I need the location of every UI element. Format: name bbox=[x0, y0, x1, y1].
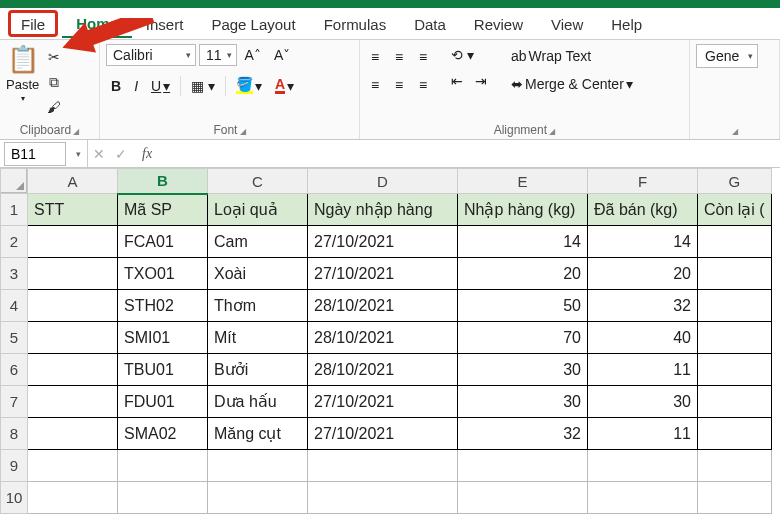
cell[interactable]: 30 bbox=[588, 386, 698, 418]
cell[interactable]: Mã SP bbox=[118, 194, 208, 226]
cell[interactable]: 27/10/2021 bbox=[308, 386, 458, 418]
select-all-button[interactable] bbox=[1, 169, 27, 193]
cell[interactable] bbox=[28, 258, 118, 290]
cell[interactable]: 50 bbox=[458, 290, 588, 322]
chevron-down-icon[interactable]: ▾ bbox=[21, 94, 25, 103]
cell[interactable]: Thơm bbox=[208, 290, 308, 322]
cell[interactable]: Dưa hấu bbox=[208, 386, 308, 418]
cell[interactable]: STT bbox=[28, 194, 118, 226]
cut-icon[interactable]: ✂ bbox=[43, 46, 65, 68]
cell[interactable]: TXO01 bbox=[118, 258, 208, 290]
tab-insert[interactable]: Insert bbox=[132, 10, 198, 37]
bold-button[interactable]: B bbox=[106, 75, 126, 97]
cell[interactable] bbox=[118, 482, 208, 514]
column-header[interactable]: A bbox=[28, 169, 118, 194]
copy-icon[interactable]: ⧉ bbox=[43, 71, 65, 93]
cell[interactable]: FCA01 bbox=[118, 226, 208, 258]
column-header[interactable]: E bbox=[458, 169, 588, 194]
font-size-dropdown[interactable]: 11 bbox=[199, 44, 237, 66]
tab-home[interactable]: Home bbox=[62, 9, 132, 38]
row-header[interactable]: 3 bbox=[1, 258, 28, 290]
cell[interactable]: 40 bbox=[588, 322, 698, 354]
align-top-left-button[interactable]: ≡ bbox=[366, 44, 388, 70]
italic-button[interactable]: I bbox=[129, 75, 143, 97]
cell[interactable]: Còn lại ( bbox=[698, 194, 772, 226]
cell[interactable]: Loại quả bbox=[208, 194, 308, 226]
column-header[interactable]: B bbox=[118, 169, 208, 194]
cell[interactable] bbox=[308, 482, 458, 514]
cell[interactable] bbox=[28, 386, 118, 418]
cell[interactable]: 14 bbox=[458, 226, 588, 258]
decrease-indent-button[interactable]: ⇤ bbox=[446, 70, 468, 92]
cell[interactable]: 32 bbox=[458, 418, 588, 450]
cell[interactable] bbox=[28, 482, 118, 514]
cell[interactable]: 30 bbox=[458, 386, 588, 418]
cell[interactable] bbox=[588, 450, 698, 482]
cell[interactable]: SMI01 bbox=[118, 322, 208, 354]
row-header[interactable]: 5 bbox=[1, 322, 28, 354]
increase-indent-button[interactable]: ⇥ bbox=[470, 70, 492, 92]
orientation-button[interactable]: ⟲ ▾ bbox=[446, 44, 492, 66]
increase-font-button[interactable]: A˄ bbox=[240, 44, 266, 66]
cell[interactable] bbox=[458, 482, 588, 514]
grid[interactable]: ABCDEFG1STTMã SPLoại quảNgày nhập hàngNh… bbox=[0, 168, 772, 514]
cell[interactable] bbox=[208, 450, 308, 482]
cell[interactable] bbox=[588, 482, 698, 514]
cell[interactable] bbox=[698, 354, 772, 386]
column-header[interactable]: G bbox=[698, 169, 772, 194]
cell[interactable]: Nhập hàng (kg) bbox=[458, 194, 588, 226]
cell[interactable] bbox=[28, 450, 118, 482]
cell[interactable] bbox=[698, 386, 772, 418]
cell[interactable]: 32 bbox=[588, 290, 698, 322]
cell[interactable] bbox=[28, 226, 118, 258]
tab-review[interactable]: Review bbox=[460, 10, 537, 37]
row-header[interactable]: 2 bbox=[1, 226, 28, 258]
align-top-right-button[interactable]: ≡ bbox=[414, 44, 436, 70]
row-header[interactable]: 4 bbox=[1, 290, 28, 322]
cell[interactable] bbox=[698, 322, 772, 354]
merge-center-button[interactable]: ⬌ Merge & Center ▾ bbox=[504, 72, 640, 96]
number-format-dropdown[interactable]: Gene bbox=[696, 44, 758, 68]
cell[interactable]: TBU01 bbox=[118, 354, 208, 386]
cell[interactable] bbox=[28, 418, 118, 450]
tab-file[interactable]: File bbox=[8, 10, 58, 37]
align-top-center-button[interactable]: ≡ bbox=[390, 44, 412, 70]
tab-view[interactable]: View bbox=[537, 10, 597, 37]
cell[interactable]: 28/10/2021 bbox=[308, 354, 458, 386]
cell[interactable]: Đã bán (kg) bbox=[588, 194, 698, 226]
align-right-button[interactable]: ≡ bbox=[414, 72, 436, 98]
cell[interactable] bbox=[118, 450, 208, 482]
name-box[interactable] bbox=[4, 142, 66, 166]
cell[interactable]: 11 bbox=[588, 418, 698, 450]
cell[interactable] bbox=[698, 258, 772, 290]
cell[interactable]: 27/10/2021 bbox=[308, 418, 458, 450]
paste-label[interactable]: Paste bbox=[6, 77, 39, 92]
cell[interactable] bbox=[28, 322, 118, 354]
tab-page-layout[interactable]: Page Layout bbox=[197, 10, 309, 37]
cell[interactable]: STH02 bbox=[118, 290, 208, 322]
cell[interactable]: 14 bbox=[588, 226, 698, 258]
cell[interactable]: 11 bbox=[588, 354, 698, 386]
cell[interactable] bbox=[698, 418, 772, 450]
cell[interactable] bbox=[698, 226, 772, 258]
cell[interactable]: Mít bbox=[208, 322, 308, 354]
cell[interactable] bbox=[698, 482, 772, 514]
cell[interactable]: 27/10/2021 bbox=[308, 258, 458, 290]
chevron-down-icon[interactable]: ▾ bbox=[70, 149, 87, 159]
fx-icon[interactable]: fx bbox=[132, 146, 162, 162]
row-header[interactable]: 9 bbox=[1, 450, 28, 482]
cell[interactable]: 28/10/2021 bbox=[308, 322, 458, 354]
row-header[interactable]: 7 bbox=[1, 386, 28, 418]
cell[interactable]: Cam bbox=[208, 226, 308, 258]
font-name-dropdown[interactable]: Calibri bbox=[106, 44, 196, 66]
cell[interactable]: 70 bbox=[458, 322, 588, 354]
cell[interactable]: Xoài bbox=[208, 258, 308, 290]
format-painter-icon[interactable]: 🖌 bbox=[43, 96, 65, 118]
column-header[interactable]: D bbox=[308, 169, 458, 194]
cell[interactable]: 20 bbox=[588, 258, 698, 290]
row-header[interactable]: 10 bbox=[1, 482, 28, 514]
column-header[interactable]: F bbox=[588, 169, 698, 194]
paste-icon[interactable]: 📋 bbox=[7, 44, 39, 75]
cell[interactable] bbox=[698, 450, 772, 482]
cell[interactable] bbox=[28, 354, 118, 386]
